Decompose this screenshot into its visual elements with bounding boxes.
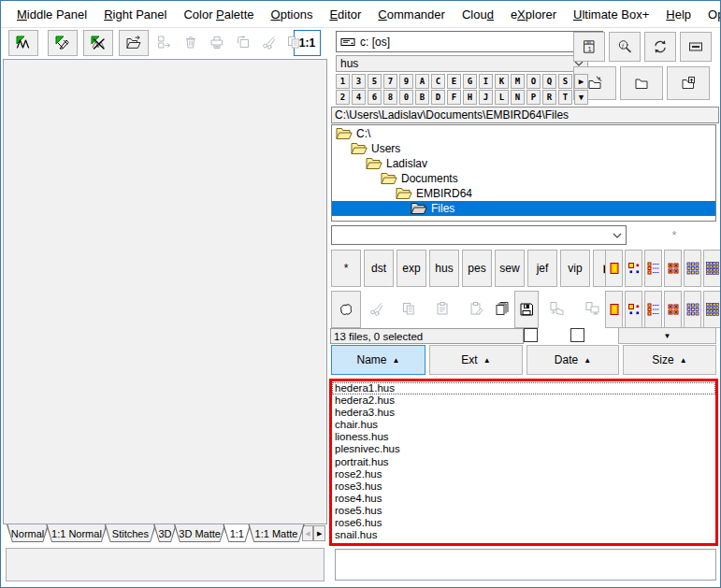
menu-item-middle-panel[interactable]: Middle Panel bbox=[8, 3, 95, 26]
filter-letter-s[interactable]: S bbox=[558, 74, 572, 89]
tree-item-documents[interactable]: Documents bbox=[332, 171, 715, 186]
mask-combobox[interactable] bbox=[331, 225, 627, 245]
filter-letter-t[interactable]: T bbox=[558, 90, 572, 105]
view-dense-grid-button-2[interactable] bbox=[703, 291, 721, 328]
filter-letter-a[interactable]: A bbox=[415, 74, 429, 89]
menu-item-editor[interactable]: Editor bbox=[321, 3, 369, 26]
remove-stitch-mode-button[interactable] bbox=[83, 30, 113, 56]
format-sew-button[interactable]: sew bbox=[495, 250, 525, 287]
refresh-button[interactable] bbox=[644, 32, 676, 62]
filter-letter-9[interactable]: 9 bbox=[399, 74, 413, 89]
filter-letter-l[interactable]: L bbox=[495, 90, 509, 105]
tab-1-1-normal[interactable]: 1:1 Normal bbox=[46, 524, 108, 542]
file-item[interactable]: snail.hus bbox=[332, 529, 715, 541]
stitch-mode-button[interactable] bbox=[8, 30, 38, 56]
column-header-size[interactable]: Size▲ bbox=[623, 345, 716, 375]
menu-item-help[interactable]: Help bbox=[657, 3, 699, 26]
filter-letter-n[interactable]: N bbox=[511, 90, 525, 105]
menu-item-explorer[interactable]: eXplorer bbox=[502, 3, 565, 26]
format-hus-button[interactable]: hus bbox=[429, 250, 459, 287]
menu-item-optional-plug-ins[interactable]: Optional Plug-ins bbox=[699, 3, 721, 26]
filter-letter-q[interactable]: Q bbox=[542, 74, 556, 89]
filter-letter-1[interactable]: 1 bbox=[336, 74, 350, 89]
view-large-icon-button[interactable] bbox=[605, 250, 623, 287]
filter-letter-d[interactable]: D bbox=[431, 90, 445, 105]
filter-letter-i[interactable]: I bbox=[479, 74, 493, 89]
select-checkbox-2[interactable] bbox=[570, 328, 584, 342]
filter-letter-6[interactable]: 6 bbox=[368, 90, 382, 105]
format-exp-button[interactable]: exp bbox=[397, 250, 426, 287]
file-item[interactable]: rose5.hus bbox=[332, 505, 715, 517]
file-item[interactable]: rose4.hus bbox=[332, 493, 715, 505]
filter-letter-p[interactable]: P bbox=[526, 90, 541, 105]
filter-letter-7[interactable]: 7 bbox=[383, 74, 397, 89]
filter-letter-4[interactable]: 4 bbox=[352, 90, 366, 105]
menu-item-ultimate-box[interactable]: Ultimate Box+ bbox=[565, 3, 657, 26]
sort-by-date-button[interactable]: JAN1 bbox=[573, 32, 605, 62]
tab-1-1-matte[interactable]: 1:1 Matte bbox=[248, 524, 304, 542]
tab-3d-matte[interactable]: 3D Matte bbox=[174, 524, 225, 542]
design-preview-canvas[interactable] bbox=[3, 59, 327, 524]
select-checkbox-1[interactable] bbox=[524, 328, 538, 342]
parent-folder-button[interactable] bbox=[667, 66, 710, 100]
open-button[interactable] bbox=[119, 30, 149, 56]
find-button[interactable]: f bbox=[609, 32, 641, 62]
format-jef-button[interactable]: jef bbox=[527, 250, 557, 287]
duplicate-button[interactable] bbox=[490, 291, 514, 326]
file-item[interactable]: rose2.hus bbox=[332, 468, 715, 480]
view-list-button-2[interactable] bbox=[644, 291, 662, 328]
file-item[interactable]: chair.hus bbox=[332, 419, 715, 431]
filter-letter-5[interactable]: 5 bbox=[368, 74, 382, 89]
filter-letter-m[interactable]: M bbox=[511, 74, 525, 89]
file-item[interactable]: portrait.hus bbox=[332, 456, 715, 468]
view-tiles-button[interactable] bbox=[664, 250, 682, 287]
filter-letter-r[interactable]: R bbox=[542, 90, 556, 105]
view-large-icon-button-2[interactable] bbox=[605, 291, 623, 328]
format-combobox[interactable]: hus bbox=[336, 55, 588, 72]
format-vip-button[interactable]: vip bbox=[560, 250, 590, 287]
file-item[interactable]: rose6.hus bbox=[332, 517, 715, 529]
tab-normal[interactable]: Normal bbox=[7, 524, 49, 542]
file-item[interactable]: hedera3.hus bbox=[332, 407, 715, 419]
filter-letter-2[interactable]: 2 bbox=[336, 90, 350, 105]
tab-3d[interactable]: 3D bbox=[153, 524, 177, 542]
folder-button[interactable] bbox=[620, 66, 663, 100]
tree-item-ladislav[interactable]: Ladislav bbox=[332, 156, 715, 171]
file-item[interactable]: plesnivec.hus bbox=[332, 443, 715, 455]
view-list-button[interactable] bbox=[644, 250, 662, 287]
view-small-icons-button-2[interactable] bbox=[625, 291, 642, 328]
save-button[interactable] bbox=[514, 291, 539, 328]
filter-letter-j[interactable]: J bbox=[479, 90, 493, 105]
format-dst-button[interactable]: dst bbox=[364, 250, 394, 287]
filter-more-button[interactable]: ▶ bbox=[574, 74, 588, 89]
tabs-scroll-right-button[interactable]: ▶ bbox=[313, 525, 325, 541]
filter-letter-e[interactable]: E bbox=[447, 74, 461, 89]
file-item[interactable]: rose3.hus bbox=[332, 480, 715, 493]
tree-item-c[interactable]: C:\ bbox=[332, 126, 715, 141]
column-header-name[interactable]: Name▲ bbox=[331, 345, 425, 375]
view-dense-grid-button[interactable] bbox=[703, 250, 721, 287]
filter-letter-3[interactable]: 3 bbox=[352, 74, 366, 89]
filter-letter-h[interactable]: H bbox=[463, 90, 477, 105]
filter-letter-8[interactable]: 8 bbox=[383, 90, 397, 105]
tabs-scroll-left-button[interactable]: ◀ bbox=[302, 525, 314, 541]
tab-1-1[interactable]: 1:1 bbox=[223, 524, 251, 542]
menu-item-options[interactable]: Options bbox=[263, 3, 322, 26]
column-header-date[interactable]: Date▲ bbox=[526, 345, 619, 375]
view-grid-button[interactable] bbox=[684, 250, 701, 287]
format-all-button[interactable]: * bbox=[331, 250, 361, 287]
filter-letter-0[interactable]: 0 bbox=[399, 90, 413, 105]
drive-combobox[interactable]: c: [os] bbox=[336, 31, 603, 52]
tree-item-embird64[interactable]: EMBIRD64 bbox=[332, 186, 715, 201]
format-pes-button[interactable]: pes bbox=[462, 250, 492, 287]
filter-letter-b[interactable]: B bbox=[415, 90, 429, 105]
tree-item-files[interactable]: Files bbox=[332, 201, 715, 216]
view-small-icons-button[interactable] bbox=[625, 250, 642, 287]
tree-item-users[interactable]: Users bbox=[332, 141, 715, 156]
freehand-select-button[interactable] bbox=[331, 291, 361, 328]
file-item[interactable]: lioness.hus bbox=[332, 431, 715, 443]
menu-item-color-palette[interactable]: Color Palette bbox=[175, 3, 262, 26]
column-header-ext[interactable]: Ext▲ bbox=[429, 345, 523, 375]
trim-mode-button[interactable] bbox=[48, 30, 78, 56]
tab-stitches[interactable]: Stitches bbox=[105, 524, 156, 542]
